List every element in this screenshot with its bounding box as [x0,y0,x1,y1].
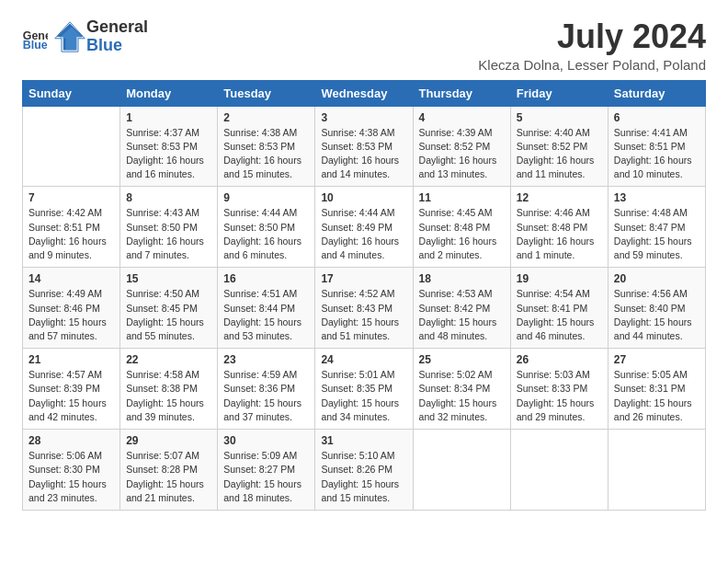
calendar-cell: 30Sunrise: 5:09 AM Sunset: 8:27 PM Dayli… [218,430,315,511]
calendar-cell: 20Sunrise: 4:56 AM Sunset: 8:40 PM Dayli… [608,268,705,349]
cell-info: Sunrise: 4:38 AM Sunset: 8:53 PM Dayligh… [223,126,309,182]
calendar-body: 1Sunrise: 4:37 AM Sunset: 8:53 PM Daylig… [23,106,706,510]
cell-info: Sunrise: 5:06 AM Sunset: 8:30 PM Dayligh… [28,449,114,505]
cell-info: Sunrise: 5:02 AM Sunset: 8:34 PM Dayligh… [419,368,505,424]
calendar-cell: 1Sunrise: 4:37 AM Sunset: 8:53 PM Daylig… [120,106,218,187]
svg-text:Blue: Blue [23,39,48,50]
week-row-4: 28Sunrise: 5:06 AM Sunset: 8:30 PM Dayli… [23,430,706,511]
header-day-friday: Friday [510,80,608,106]
header-day-saturday: Saturday [608,80,705,106]
header-day-tuesday: Tuesday [218,80,315,106]
day-number: 27 [614,353,700,366]
logo-text-blue: Blue [86,36,122,54]
cell-info: Sunrise: 4:48 AM Sunset: 8:47 PM Dayligh… [614,206,700,262]
calendar-cell: 25Sunrise: 5:02 AM Sunset: 8:34 PM Dayli… [413,349,510,430]
cell-info: Sunrise: 4:42 AM Sunset: 8:51 PM Dayligh… [28,206,114,262]
cell-info: Sunrise: 4:46 AM Sunset: 8:48 PM Dayligh… [517,206,602,262]
calendar-cell: 10Sunrise: 4:44 AM Sunset: 8:49 PM Dayli… [315,187,413,268]
cell-info: Sunrise: 4:58 AM Sunset: 8:38 PM Dayligh… [126,368,211,424]
day-number: 25 [419,353,505,366]
logo-icon: General Blue [22,24,48,50]
calendar-cell [413,430,510,511]
title-area: July 2024 Klecza Dolna, Lesser Poland, P… [478,18,706,73]
day-number: 16 [223,272,309,285]
day-number: 2 [223,111,309,124]
calendar-cell: 2Sunrise: 4:38 AM Sunset: 8:53 PM Daylig… [218,106,315,187]
week-row-0: 1Sunrise: 4:37 AM Sunset: 8:53 PM Daylig… [23,106,706,187]
header-day-sunday: Sunday [23,80,120,106]
cell-info: Sunrise: 4:56 AM Sunset: 8:40 PM Dayligh… [614,287,700,343]
calendar-cell: 29Sunrise: 5:07 AM Sunset: 8:28 PM Dayli… [120,430,218,511]
cell-info: Sunrise: 4:44 AM Sunset: 8:50 PM Dayligh… [223,206,309,262]
day-number: 3 [321,111,406,124]
day-number: 23 [223,353,309,366]
day-number: 30 [223,434,309,447]
calendar-cell: 3Sunrise: 4:38 AM Sunset: 8:53 PM Daylig… [315,106,413,187]
day-number: 22 [126,353,211,366]
cell-info: Sunrise: 4:40 AM Sunset: 8:52 PM Dayligh… [517,126,602,182]
calendar-cell: 9Sunrise: 4:44 AM Sunset: 8:50 PM Daylig… [218,187,315,268]
cell-info: Sunrise: 5:09 AM Sunset: 8:27 PM Dayligh… [223,449,309,505]
cell-info: Sunrise: 4:49 AM Sunset: 8:46 PM Dayligh… [28,287,114,343]
day-number: 15 [126,272,211,285]
calendar-cell: 24Sunrise: 5:01 AM Sunset: 8:35 PM Dayli… [315,349,413,430]
cell-info: Sunrise: 4:53 AM Sunset: 8:42 PM Dayligh… [419,287,505,343]
cell-info: Sunrise: 5:03 AM Sunset: 8:33 PM Dayligh… [517,368,602,424]
cell-info: Sunrise: 4:57 AM Sunset: 8:39 PM Dayligh… [28,368,114,424]
day-number: 18 [419,272,505,285]
calendar-cell: 8Sunrise: 4:43 AM Sunset: 8:50 PM Daylig… [120,187,218,268]
calendar-cell: 21Sunrise: 4:57 AM Sunset: 8:39 PM Dayli… [23,349,120,430]
calendar-cell: 4Sunrise: 4:39 AM Sunset: 8:52 PM Daylig… [413,106,510,187]
cell-info: Sunrise: 4:38 AM Sunset: 8:53 PM Dayligh… [321,126,406,182]
cell-info: Sunrise: 4:52 AM Sunset: 8:43 PM Dayligh… [321,287,406,343]
day-number: 13 [614,191,700,204]
cell-info: Sunrise: 4:45 AM Sunset: 8:48 PM Dayligh… [419,206,505,262]
calendar-cell: 27Sunrise: 5:05 AM Sunset: 8:31 PM Dayli… [608,349,705,430]
day-number: 28 [28,434,114,447]
day-number: 5 [517,111,602,124]
header-row: SundayMondayTuesdayWednesdayThursdayFrid… [23,80,706,106]
cell-info: Sunrise: 4:41 AM Sunset: 8:51 PM Dayligh… [614,126,700,182]
calendar-cell: 14Sunrise: 4:49 AM Sunset: 8:46 PM Dayli… [23,268,120,349]
cell-info: Sunrise: 4:39 AM Sunset: 8:52 PM Dayligh… [419,126,505,182]
day-number: 7 [28,191,114,204]
logo-shape [53,20,86,53]
header: General Blue General Blue July 2024 Klec… [22,18,706,73]
day-number: 6 [614,111,700,124]
cell-info: Sunrise: 4:37 AM Sunset: 8:53 PM Dayligh… [126,126,211,182]
calendar-cell: 13Sunrise: 4:48 AM Sunset: 8:47 PM Dayli… [608,187,705,268]
cell-info: Sunrise: 4:51 AM Sunset: 8:44 PM Dayligh… [223,287,309,343]
calendar-cell: 12Sunrise: 4:46 AM Sunset: 8:48 PM Dayli… [510,187,608,268]
day-number: 19 [517,272,602,285]
header-day-monday: Monday [120,80,218,106]
calendar-cell: 23Sunrise: 4:59 AM Sunset: 8:36 PM Dayli… [218,349,315,430]
main-title: July 2024 [478,18,706,55]
subtitle: Klecza Dolna, Lesser Poland, Poland [478,57,706,73]
day-number: 26 [517,353,602,366]
calendar-cell: 7Sunrise: 4:42 AM Sunset: 8:51 PM Daylig… [23,187,120,268]
calendar-cell: 18Sunrise: 4:53 AM Sunset: 8:42 PM Dayli… [413,268,510,349]
calendar-cell: 16Sunrise: 4:51 AM Sunset: 8:44 PM Dayli… [218,268,315,349]
calendar-cell: 5Sunrise: 4:40 AM Sunset: 8:52 PM Daylig… [510,106,608,187]
day-number: 20 [614,272,700,285]
calendar-cell: 17Sunrise: 4:52 AM Sunset: 8:43 PM Dayli… [315,268,413,349]
calendar-cell: 26Sunrise: 5:03 AM Sunset: 8:33 PM Dayli… [510,349,608,430]
day-number: 29 [126,434,211,447]
calendar-cell: 11Sunrise: 4:45 AM Sunset: 8:48 PM Dayli… [413,187,510,268]
day-number: 14 [28,272,114,285]
cell-info: Sunrise: 4:59 AM Sunset: 8:36 PM Dayligh… [223,368,309,424]
calendar-cell [23,106,120,187]
logo-text-general: General [86,17,148,36]
calendar-cell [510,430,608,511]
week-row-2: 14Sunrise: 4:49 AM Sunset: 8:46 PM Dayli… [23,268,706,349]
cell-info: Sunrise: 4:43 AM Sunset: 8:50 PM Dayligh… [126,206,211,262]
calendar-cell: 6Sunrise: 4:41 AM Sunset: 8:51 PM Daylig… [608,106,705,187]
cell-info: Sunrise: 5:01 AM Sunset: 8:35 PM Dayligh… [321,368,406,424]
day-number: 1 [126,111,211,124]
day-number: 8 [126,191,211,204]
day-number: 21 [28,353,114,366]
header-day-thursday: Thursday [413,80,510,106]
cell-info: Sunrise: 5:10 AM Sunset: 8:26 PM Dayligh… [321,449,406,505]
calendar-cell: 28Sunrise: 5:06 AM Sunset: 8:30 PM Dayli… [23,430,120,511]
day-number: 17 [321,272,406,285]
